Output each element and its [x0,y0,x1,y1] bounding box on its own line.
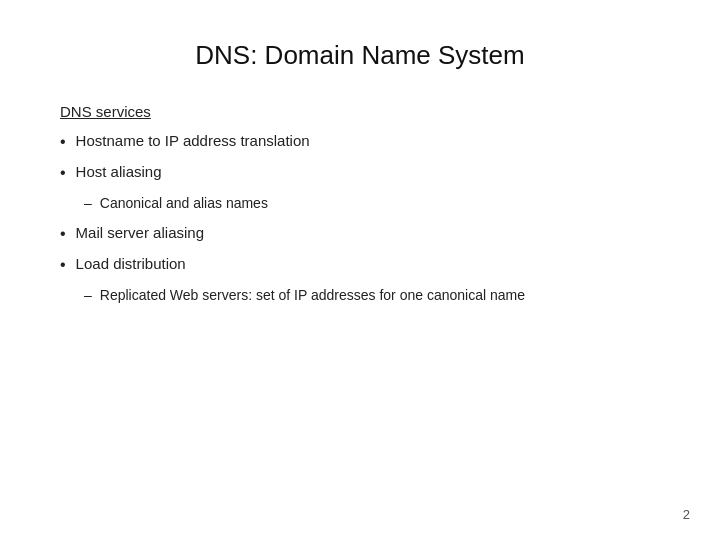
sub-dash-icon: – [84,285,92,306]
bullet-icon: • [60,254,66,276]
list-item: • Hostname to IP address translation [60,130,660,153]
slide-title: DNS: Domain Name System [60,40,660,71]
sub-item-text: Canonical and alias names [100,193,268,214]
bullet-list: • Hostname to IP address translation • H… [60,130,660,306]
list-item: • Host aliasing [60,161,660,184]
sub-dash-icon: – [84,193,92,214]
section-heading: DNS services [60,103,660,120]
bullet-text: Host aliasing [76,161,162,184]
bullet-text: Load distribution [76,253,186,276]
sub-list: – Canonical and alias names [84,193,660,214]
page-number: 2 [683,507,690,522]
sub-list-item: – Canonical and alias names [84,193,660,214]
sub-list: – Replicated Web servers: set of IP addr… [84,285,660,306]
slide: DNS: Domain Name System DNS services • H… [0,0,720,540]
bullet-icon: • [60,162,66,184]
bullet-icon: • [60,223,66,245]
list-item: • Load distribution [60,253,660,276]
list-item: • Mail server aliasing [60,222,660,245]
sub-list-item: – Replicated Web servers: set of IP addr… [84,285,660,306]
bullet-text: Mail server aliasing [76,222,204,245]
bullet-text: Hostname to IP address translation [76,130,310,153]
bullet-icon: • [60,131,66,153]
sub-item-text: Replicated Web servers: set of IP addres… [100,285,525,306]
